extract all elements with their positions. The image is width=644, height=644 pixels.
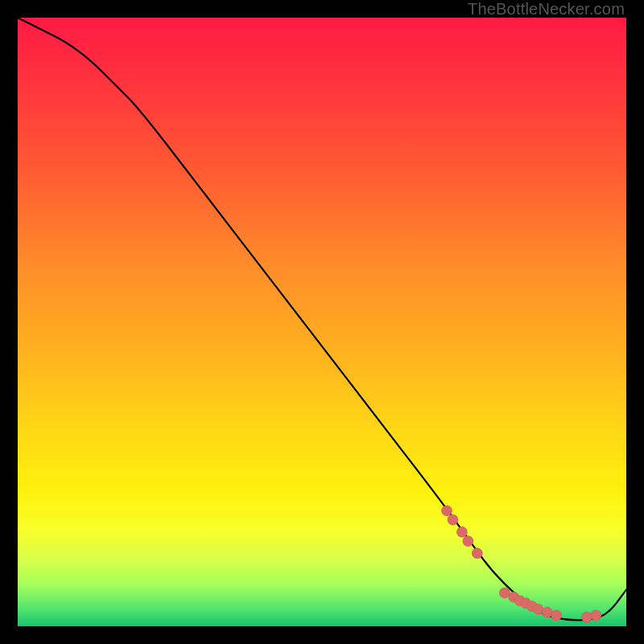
data-point-dot (581, 612, 592, 622)
bottleneck-curve-line (18, 18, 626, 620)
data-point-dot (456, 526, 467, 537)
watermark-text: TheBottleNecker.com (468, 0, 625, 19)
data-point-dot (542, 607, 552, 617)
data-point-dot (591, 610, 601, 621)
chart-frame: TheBottleNecker.com (0, 0, 644, 644)
curve-svg (18, 18, 626, 626)
data-point-dot (472, 548, 482, 559)
marker-dots (442, 506, 601, 622)
data-point-dot (463, 536, 473, 547)
data-point-dot (442, 506, 452, 516)
data-point-dot (551, 610, 562, 621)
data-point-dot (448, 514, 458, 525)
plot-area (18, 18, 626, 626)
